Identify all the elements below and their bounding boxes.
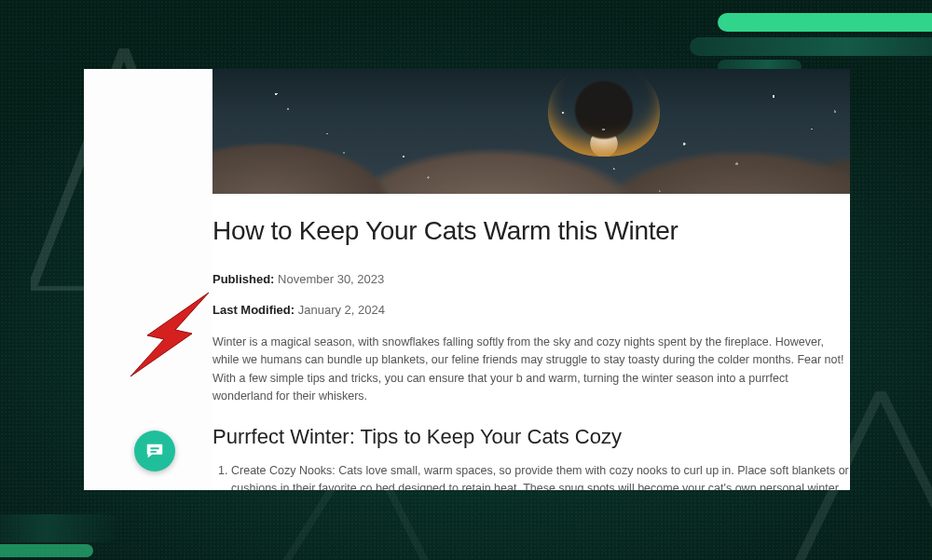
card-content: How to Keep Your Cats Warm this Winter P… (212, 69, 850, 490)
modified-date: January 2, 2024 (298, 303, 385, 317)
published-date: November 30, 2023 (278, 272, 384, 286)
accent-bar (0, 514, 121, 542)
published-line: Published: November 30, 2023 (212, 272, 850, 286)
accent-bar (0, 544, 93, 557)
chat-fab[interactable] (134, 430, 175, 471)
accent-bar (718, 13, 932, 32)
tips-list: Create Cozy Nooks: Cats love small, warm… (212, 462, 850, 491)
card-gutter (84, 69, 212, 490)
modified-line: Last Modified: January 2, 2024 (212, 303, 850, 317)
modified-label: Last Modified: (212, 303, 295, 317)
published-label: Published: (212, 272, 274, 286)
intro-paragraph: Winter is a magical season, with snowfla… (212, 334, 850, 406)
list-item: Create Cozy Nooks: Cats love small, warm… (231, 462, 850, 491)
hero-image (212, 69, 850, 194)
article-body: How to Keep Your Cats Warm this Winter P… (212, 194, 850, 490)
accent-bar (690, 37, 932, 56)
article-card: How to Keep Your Cats Warm this Winter P… (84, 69, 850, 490)
article-title: How to Keep Your Cats Warm this Winter (212, 216, 850, 246)
section-heading: Purrfect Winter: Tips to Keep Your Cats … (212, 425, 850, 449)
chat-icon (144, 441, 165, 461)
